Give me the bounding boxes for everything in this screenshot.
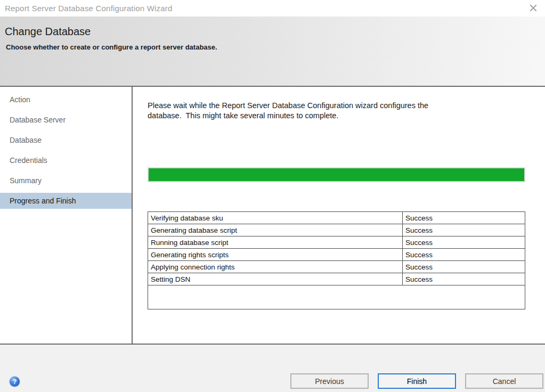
page-subtitle: Choose whether to create or configure a … (5, 43, 545, 51)
sidebar-item-database-server[interactable]: Database Server (0, 112, 132, 128)
table-empty-cell (148, 285, 525, 309)
wait-instruction-text: Please wait while the Report Server Data… (148, 101, 525, 121)
title-bar: Report Server Database Configuration Wiz… (0, 0, 545, 17)
wizard-window: Report Server Database Configuration Wiz… (0, 0, 545, 392)
table-row: Generating database script Success (148, 224, 525, 236)
cancel-button[interactable]: Cancel (465, 373, 543, 389)
progress-bar (148, 167, 525, 182)
task-name-cell: Running database script (148, 236, 403, 249)
task-name-cell: Generating database script (148, 224, 403, 236)
sidebar-item-database[interactable]: Database (0, 132, 132, 148)
previous-button[interactable]: Previous (290, 373, 369, 389)
task-status-cell: Success (402, 212, 525, 224)
task-name-cell: Verifying database sku (148, 212, 403, 224)
sidebar-item-action[interactable]: Action (0, 92, 132, 108)
wizard-header: Change Database Choose whether to create… (0, 17, 545, 87)
task-status-cell: Success (402, 273, 525, 285)
task-status-table: Verifying database sku Success Generatin… (148, 211, 525, 309)
task-status-cell: Success (402, 236, 525, 249)
table-empty-row (148, 285, 525, 309)
task-status-cell: Success (402, 261, 525, 273)
progress-bar-fill (149, 168, 524, 181)
footer-bar: ? Previous Finish Cancel (0, 344, 545, 392)
task-name-cell: Applying connection rights (148, 261, 403, 273)
close-icon[interactable]: ✕ (522, 0, 545, 17)
table-row: Setting DSN Success (148, 273, 525, 285)
task-status-cell: Success (402, 224, 525, 236)
help-icon[interactable]: ? (10, 377, 20, 387)
sidebar-item-summary[interactable]: Summary (0, 173, 132, 189)
window-title: Report Server Database Configuration Wiz… (5, 4, 173, 13)
table-row: Running database script Success (148, 236, 525, 249)
wizard-body: Action Database Server Database Credenti… (0, 87, 545, 344)
sidebar-item-progress-and-finish[interactable]: Progress and Finish (0, 193, 132, 209)
task-status-cell: Success (402, 249, 525, 261)
sidebar-item-credentials[interactable]: Credentials (0, 152, 132, 168)
finish-button[interactable]: Finish (378, 373, 456, 389)
task-name-cell: Generating rights scripts (148, 249, 403, 261)
page-title: Change Database (5, 26, 545, 38)
table-row: Verifying database sku Success (148, 212, 525, 224)
main-content: Please wait while the Report Server Data… (133, 87, 545, 344)
task-name-cell: Setting DSN (148, 273, 403, 285)
table-row: Generating rights scripts Success (148, 249, 525, 261)
table-row: Applying connection rights Success (148, 261, 525, 273)
steps-sidebar: Action Database Server Database Credenti… (0, 87, 133, 344)
